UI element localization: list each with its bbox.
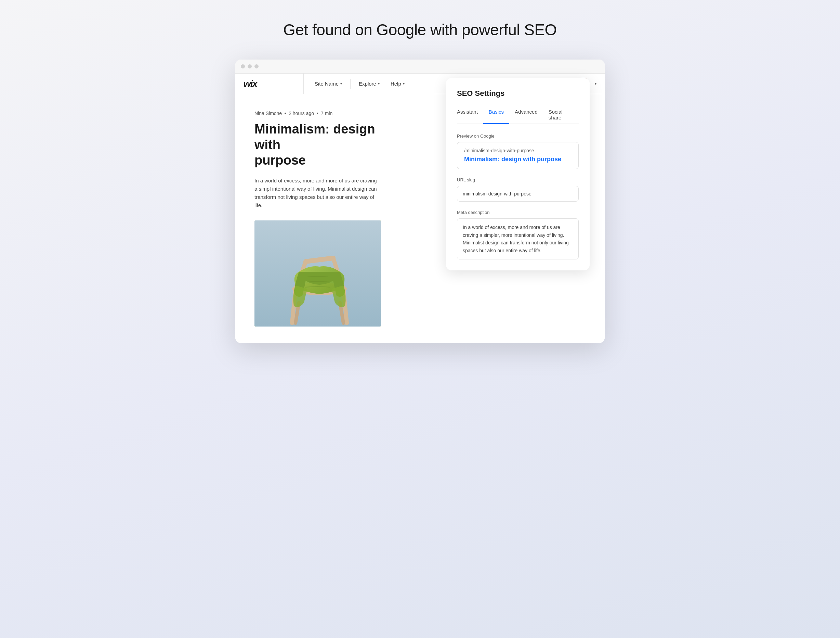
browser-bar <box>235 60 605 74</box>
meta-desc-textarea[interactable]: In a world of excess, more and more of u… <box>457 218 579 260</box>
meta-dot-2 <box>317 112 318 114</box>
preview-label: Preview on Google <box>457 133 579 139</box>
preview-title: Minimalism: design with purpose <box>464 155 572 163</box>
seo-panel: SEO Settings Assistant Basics Advanced S… <box>446 78 590 271</box>
chevron-down-icon: ▾ <box>403 82 404 85</box>
preview-url: /minimalism-design-with-purpose <box>464 148 572 154</box>
browser-dot-red <box>241 64 245 68</box>
url-slug-input[interactable]: minimalism-design-with-purpose <box>457 186 579 202</box>
main-content: Nina Simone 2 hours ago 7 min Minimalism… <box>235 94 605 343</box>
page-heading: Get found on Google with powerful SEO <box>283 21 557 39</box>
blog-time-ago: 2 hours ago <box>289 111 314 116</box>
nav-help[interactable]: Help ▾ <box>385 74 410 94</box>
meta-dot-1 <box>284 112 286 114</box>
tab-social-share[interactable]: Social share <box>543 106 579 124</box>
nav-divider <box>350 79 351 89</box>
browser-dot-green <box>254 64 259 68</box>
wix-logo-area: wix <box>235 74 304 94</box>
browser-dot-yellow <box>248 64 252 68</box>
blog-excerpt: In a world of excess, more and more of u… <box>254 177 377 209</box>
preview-box: /minimalism-design-with-purpose Minimali… <box>457 142 579 169</box>
seo-panel-title: SEO Settings <box>457 89 579 98</box>
blog-title: Minimalism: design with purpose <box>254 122 384 168</box>
meta-desc-label: Meta description <box>457 210 579 215</box>
wix-logo: wix <box>243 78 257 89</box>
tab-basics[interactable]: Basics <box>483 106 509 124</box>
nav-explore[interactable]: Explore ▾ <box>353 74 385 94</box>
nav-site-name[interactable]: Site Name ▾ <box>309 74 347 94</box>
tab-advanced[interactable]: Advanced <box>509 106 543 124</box>
svg-line-10 <box>306 258 333 261</box>
browser-window: wix Site Name ▾ Explore ▾ Help ▾ Hire a … <box>235 60 605 343</box>
chevron-down-icon: ▾ <box>340 82 342 85</box>
blog-read-time: 7 min <box>321 111 332 116</box>
blog-image <box>254 220 381 326</box>
seo-tabs: Assistant Basics Advanced Social share <box>457 106 579 124</box>
url-slug-label: URL slug <box>457 177 579 182</box>
tab-assistant[interactable]: Assistant <box>457 106 483 124</box>
avatar-chevron-icon[interactable]: ▾ <box>595 82 597 85</box>
blog-author: Nina Simone <box>254 111 282 116</box>
chevron-down-icon: ▾ <box>378 82 380 85</box>
